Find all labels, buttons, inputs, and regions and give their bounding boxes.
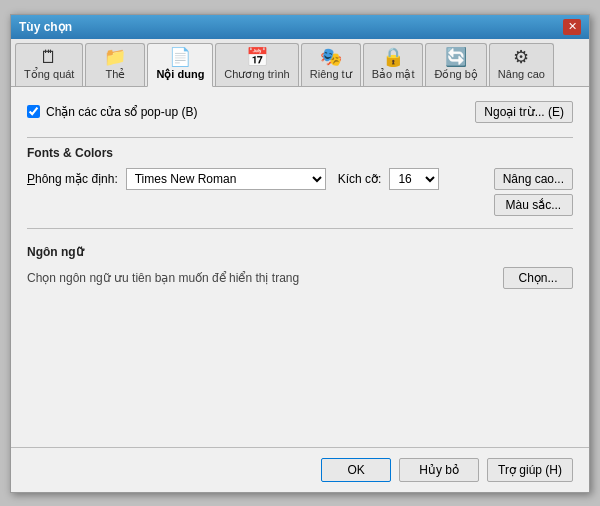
size-select[interactable]: 10 12 14 16 18 20 24 [389,168,439,190]
advanced-button[interactable]: Nâng cao... [494,168,573,190]
tab-dongbo-label: Đồng bộ [434,68,477,81]
close-button[interactable]: ✕ [563,19,581,35]
font-label: Phông mặc định: [27,172,118,186]
cancel-button[interactable]: Hủy bỏ [399,458,479,482]
dongbo-icon: 🔄 [445,48,467,66]
the-icon: 📁 [104,48,126,66]
divider-fonts [27,137,573,138]
language-title: Ngôn ngữ [27,245,573,259]
tab-the-label: Thẻ [106,68,126,81]
choose-language-button[interactable]: Chọn... [503,267,573,289]
tab-content: Chặn các cửa sổ pop-up (B) Ngoại trừ... … [11,87,589,447]
font-buttons: Nâng cao... Màu sắc... [494,168,573,216]
tab-chuongtrinh[interactable]: 📅 Chương trình [215,43,298,86]
tab-riengtu-label: Riêng tư [310,68,352,81]
baomat-icon: 🔒 [382,48,404,66]
popup-block-text: Chặn các cửa sổ pop-up (B) [46,105,197,119]
chuongtrinh-icon: 📅 [246,48,268,66]
font-label-text: hông mặc định: [35,172,118,186]
language-description: Chọn ngôn ngữ ưu tiên bạn muốn để hiển t… [27,271,299,285]
tab-noidung-label: Nội dung [156,68,204,81]
font-select[interactable]: Times New Roman Arial Verdana Courier Ne… [126,168,326,190]
language-row: Chọn ngôn ngữ ưu tiên bạn muốn để hiển t… [27,267,573,289]
dialog-footer: OK Hủy bỏ Trợ giúp (H) [11,447,589,492]
tab-nangcao-label: Nâng cao [498,68,545,80]
tongquat-icon: 🗒 [40,48,58,66]
tab-chuongtrinh-label: Chương trình [224,68,289,81]
dialog-window: Tùy chọn ✕ 🗒 Tổng quát 📁 Thẻ 📄 Nội dung … [10,14,590,493]
tab-the[interactable]: 📁 Thẻ [85,43,145,86]
riengtu-icon: 🎭 [320,48,342,66]
color-button[interactable]: Màu sắc... [494,194,573,216]
font-label-underline: P [27,172,35,186]
font-row: Phông mặc định: Times New Roman Arial Ve… [27,168,439,190]
language-section: Ngôn ngữ Chọn ngôn ngữ ưu tiên bạn muốn … [27,237,573,289]
popup-block-row: Chặn các cửa sổ pop-up (B) Ngoại trừ... … [27,101,573,123]
popup-block-label[interactable]: Chặn các cửa sổ pop-up (B) [27,105,197,119]
tab-riengtu[interactable]: 🎭 Riêng tư [301,43,361,86]
tab-nangcao[interactable]: ⚙ Nâng cao [489,43,554,86]
tab-baomat[interactable]: 🔒 Bảo mật [363,43,424,86]
tab-noidung[interactable]: 📄 Nội dung [147,43,213,87]
ok-button[interactable]: OK [321,458,391,482]
size-label: Kích cỡ: [338,172,382,186]
tab-tongquat[interactable]: 🗒 Tổng quát [15,43,83,86]
tab-baomat-label: Bảo mật [372,68,415,81]
fonts-colors-title: Fonts & Colors [27,146,573,160]
divider-language [27,228,573,229]
nangcao-icon: ⚙ [513,48,529,66]
title-bar: Tùy chọn ✕ [11,15,589,39]
exception-button[interactable]: Ngoại trừ... (E) [475,101,573,123]
tab-bar: 🗒 Tổng quát 📁 Thẻ 📄 Nội dung 📅 Chương tr… [11,39,589,87]
popup-block-checkbox[interactable] [27,105,40,118]
tab-dongbo[interactable]: 🔄 Đồng bộ [425,43,486,86]
tab-tongquat-label: Tổng quát [24,68,74,81]
help-button[interactable]: Trợ giúp (H) [487,458,573,482]
window-title: Tùy chọn [19,20,72,34]
fonts-colors-section: Fonts & Colors Phông mặc định: Times New… [27,146,573,216]
noidung-icon: 📄 [169,48,191,66]
